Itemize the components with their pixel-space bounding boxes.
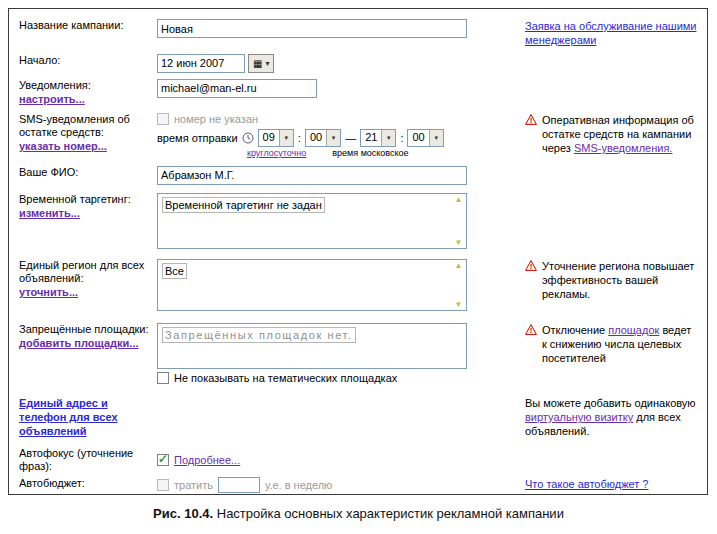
calendar-button[interactable]: ▦▾	[248, 54, 274, 73]
campaign-settings-panel: Название кампании: Заявка на обслуживани…	[8, 8, 708, 495]
chevron-down-icon: ▾	[429, 130, 443, 146]
row-time-targeting: Временной таргетинг: изменить... Временн…	[19, 193, 697, 249]
manager-service-link[interactable]: Заявка на обслуживание нашими менеджерам…	[525, 20, 696, 46]
virtual-vcard-link[interactable]: виртуальную визитку	[525, 411, 633, 423]
chevron-down-icon: ▾	[381, 130, 395, 146]
what-is-autobudget-link[interactable]: Что такое автобюджет ?	[525, 478, 648, 490]
row-start-date: Начало: ▦▾	[19, 54, 697, 73]
svg-text:!: !	[530, 262, 533, 271]
time-separator: :	[400, 132, 403, 144]
check-icon: ✓	[158, 452, 168, 466]
time-separator: :	[298, 132, 301, 144]
no-thematic-platforms-label: Не показывать на тематических площадках	[174, 372, 397, 384]
region-note: ! Уточнение региона повышает эффективнос…	[525, 259, 697, 302]
sms-notifications-link[interactable]: SMS-уведомления.	[574, 142, 672, 154]
platforms-label: Запрещённые площадки:	[19, 323, 149, 336]
clock-icon	[242, 132, 254, 144]
unified-address-link[interactable]: Единый адрес и телефон для всех объявлен…	[19, 396, 129, 439]
row-autofocus: Автофокус (уточнение фраз): ✓ Подробнее.…	[19, 447, 697, 473]
figure-caption-number: Рис. 10.4.	[153, 506, 213, 521]
region-label: Единый регион для всех объявлений:	[19, 259, 149, 285]
campaign-name-input[interactable]	[157, 19, 467, 38]
warning-icon: !	[525, 114, 537, 125]
autobudget-amount-input[interactable]	[218, 477, 260, 493]
autofocus-label: Автофокус (уточнение фраз):	[19, 447, 149, 473]
chevron-down-icon: ▾	[265, 59, 269, 68]
fio-input[interactable]	[157, 166, 467, 185]
refine-region-link[interactable]: уточнить...	[19, 286, 78, 298]
autofocus-details-link[interactable]: Подробнее...	[174, 454, 240, 466]
row-sms: SMS-уведомления об остатке средств: указ…	[19, 113, 697, 158]
platforms-link[interactable]: площадок	[608, 324, 659, 336]
time-targeting-label: Временной таргетинг:	[19, 193, 149, 206]
platforms-note: ! Отключение площадок ведет к снижению ч…	[525, 323, 697, 366]
time-from-hour-select[interactable]: 09▾	[258, 129, 294, 147]
autobudget-spend-label: тратить	[174, 479, 213, 491]
fio-label: Ваше ФИО:	[19, 166, 149, 185]
calendar-icon: ▦	[253, 58, 262, 69]
textarea-scrollbar[interactable]: ▲▼	[452, 261, 465, 309]
notifications-label: Уведомления:	[19, 79, 149, 92]
scroll-up-icon: ▲	[455, 261, 463, 270]
time-from-minute-select[interactable]: 00▾	[305, 129, 341, 147]
row-vcard: Единый адрес и телефон для всех объявлен…	[19, 396, 697, 439]
chevron-down-icon: ▾	[279, 130, 293, 146]
region-textarea[interactable]: Все ▲▼	[157, 259, 467, 311]
autobudget-checkbox[interactable]	[157, 479, 169, 491]
svg-text:!: !	[530, 116, 533, 125]
sms-number-checkbox[interactable]	[157, 113, 169, 125]
svg-text:!: !	[530, 326, 533, 335]
send-time-label: время отправки	[157, 132, 238, 144]
sms-label: SMS-уведомления об остатке средств:	[19, 113, 149, 139]
row-campaign-name: Название кампании: Заявка на обслуживани…	[19, 19, 697, 48]
figure-caption-text: Настройка основных характеристик рекламн…	[213, 506, 564, 521]
autobudget-label: Автобюджет:	[19, 477, 149, 493]
autofocus-checkbox[interactable]: ✓	[157, 454, 169, 466]
platforms-textarea[interactable]: Запрещённых площадок нет.	[157, 323, 467, 369]
warning-icon: !	[525, 260, 537, 271]
scroll-down-icon: ▼	[455, 300, 463, 309]
time-to-minute-select[interactable]: 00▾	[407, 129, 443, 147]
row-autobudget: Автобюджет: тратить у.е. в неделю Что та…	[19, 477, 697, 493]
no-thematic-platforms-checkbox[interactable]	[157, 372, 169, 384]
change-time-targeting-link[interactable]: изменить...	[19, 207, 80, 219]
figure-caption: Рис. 10.4. Настройка основных характерис…	[0, 506, 717, 521]
textarea-scrollbar[interactable]: ▲▼	[452, 195, 465, 247]
row-region: Единый регион для всех объявлений: уточн…	[19, 259, 697, 311]
time-to-hour-select[interactable]: 21▾	[360, 129, 396, 147]
start-date-input[interactable]	[157, 54, 245, 73]
autobudget-unit-label: у.е. в неделю	[265, 479, 332, 491]
campaign-name-label: Название кампании:	[19, 19, 149, 48]
configure-notifications-link[interactable]: настроить...	[19, 93, 85, 105]
notification-email-input[interactable]	[157, 79, 317, 98]
scroll-down-icon: ▼	[455, 238, 463, 247]
vcard-note: Вы можете добавить одинаковую виртуальну…	[525, 396, 697, 439]
add-platforms-link[interactable]: добавить площадки...	[19, 337, 139, 349]
set-sms-number-link[interactable]: указать номер...	[19, 140, 107, 152]
moscow-time-label: время московское	[332, 148, 408, 158]
scroll-up-icon: ▲	[455, 195, 463, 204]
sms-balance-note: ! Оперативная информация об остатке сред…	[525, 113, 697, 156]
row-fio: Ваше ФИО:	[19, 166, 697, 185]
time-range-dash: —	[345, 132, 356, 144]
row-notifications: Уведомления: настроить...	[19, 79, 697, 105]
start-date-label: Начало:	[19, 54, 149, 73]
row-platforms: Запрещённые площадки: добавить площадки.…	[19, 323, 697, 384]
sms-no-number-label: номер не указан	[174, 113, 258, 125]
warning-icon: !	[525, 324, 537, 335]
around-the-clock-link[interactable]: круглосуточно	[247, 148, 306, 158]
time-targeting-textarea[interactable]: Временной таргетинг не задан ▲▼	[157, 193, 467, 249]
chevron-down-icon: ▾	[326, 130, 340, 146]
